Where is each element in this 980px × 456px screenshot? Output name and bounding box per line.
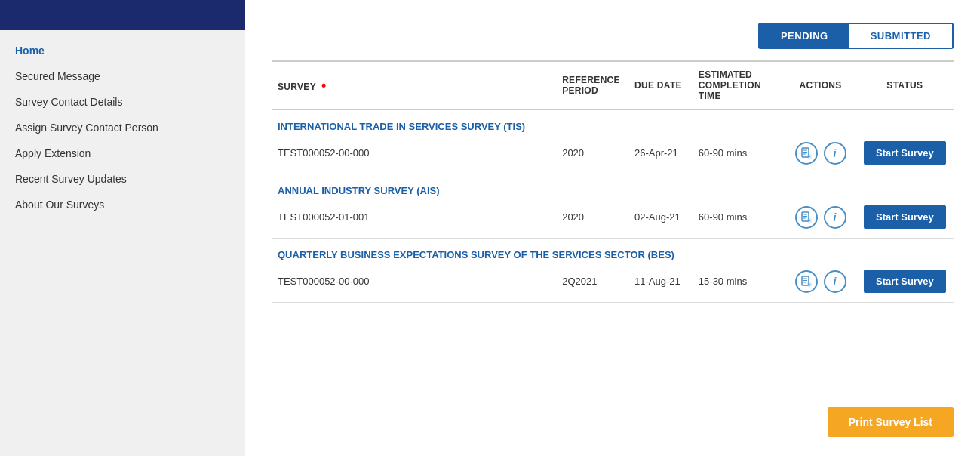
estimated-time-cell: 15-30 mins bbox=[693, 265, 785, 303]
document-icon[interactable] bbox=[795, 206, 818, 229]
sidebar-item-home[interactable]: Home bbox=[0, 38, 245, 63]
survey-table: SURVEY • REFERENCEPERIOD DUE DATE ESTIMA… bbox=[272, 60, 954, 303]
col-survey: SURVEY • bbox=[272, 61, 556, 109]
table-row: TEST000052-00-000202026-Apr-2160-90 mins bbox=[272, 137, 954, 174]
sidebar-item-secured-message[interactable]: Secured Message bbox=[0, 63, 245, 89]
survey-group-title-row: QUARTERLY BUSINESS EXPECTATIONS SURVEY O… bbox=[272, 239, 954, 266]
sidebar-item-assign-survey-contact-person[interactable]: Assign Survey Contact Person bbox=[0, 115, 245, 140]
sidebar: Home Secured Message Survey Contact Deta… bbox=[0, 0, 245, 456]
sidebar-item-survey-contact-details[interactable]: Survey Contact Details bbox=[0, 89, 245, 115]
actions-cell: i bbox=[785, 137, 856, 174]
table-row: TEST000052-01-001202002-Aug-2160-90 mins bbox=[272, 201, 954, 239]
print-survey-list-button[interactable]: Print Survey List bbox=[828, 407, 954, 437]
survey-group-title-row: ANNUAL INDUSTRY SURVEY (AIS) bbox=[272, 174, 954, 202]
document-icon[interactable] bbox=[795, 270, 818, 293]
survey-group-title: ANNUAL INDUSTRY SURVEY (AIS) bbox=[272, 174, 954, 202]
col-estimated-time: ESTIMATEDCOMPLETION TIME bbox=[693, 61, 785, 109]
due-date-cell: 26-Apr-21 bbox=[628, 137, 693, 174]
survey-group-title: INTERNATIONAL TRADE IN SERVICES SURVEY (… bbox=[272, 109, 954, 137]
start-survey-button[interactable]: Start Survey bbox=[864, 205, 946, 229]
tab-submitted[interactable]: SUBMITTED bbox=[849, 24, 952, 48]
survey-id-cell: TEST000052-00-000 bbox=[272, 137, 556, 174]
reference-period-cell: 2020 bbox=[556, 201, 628, 239]
reference-period-cell: 2Q2021 bbox=[556, 265, 628, 303]
table-row: TEST000052-00-0002Q202111-Aug-2115-30 mi… bbox=[272, 265, 954, 303]
sidebar-header bbox=[0, 0, 245, 30]
survey-id-cell: TEST000052-01-001 bbox=[272, 201, 556, 239]
main-content: PENDING SUBMITTED SURVEY • REFERENCEPERI… bbox=[245, 0, 980, 456]
info-icon[interactable]: i bbox=[824, 270, 846, 293]
col-reference-period: REFERENCEPERIOD bbox=[556, 61, 628, 109]
sidebar-item-about-our-surveys[interactable]: About Our Surveys bbox=[0, 192, 245, 217]
estimated-time-cell: 60-90 mins bbox=[693, 137, 785, 174]
due-date-cell: 11-Aug-21 bbox=[628, 265, 693, 303]
tab-group: PENDING SUBMITTED bbox=[758, 23, 954, 49]
actions-cell: i bbox=[785, 265, 856, 303]
estimated-time-cell: 60-90 mins bbox=[693, 201, 785, 239]
survey-group-title-row: INTERNATIONAL TRADE IN SERVICES SURVEY (… bbox=[272, 109, 954, 137]
sidebar-item-apply-extension[interactable]: Apply Extension bbox=[0, 140, 245, 166]
tab-pending[interactable]: PENDING bbox=[760, 24, 849, 48]
sidebar-item-recent-survey-updates[interactable]: Recent Survey Updates bbox=[0, 166, 245, 192]
col-actions: ACTIONS bbox=[785, 61, 856, 109]
required-dot: • bbox=[321, 78, 327, 93]
status-cell: Start Survey bbox=[856, 137, 954, 174]
due-date-cell: 02-Aug-21 bbox=[628, 201, 693, 239]
survey-id-cell: TEST000052-00-000 bbox=[272, 265, 556, 303]
document-icon[interactable] bbox=[795, 142, 818, 165]
status-cell: Start Survey bbox=[856, 201, 954, 239]
survey-header: PENDING SUBMITTED bbox=[272, 23, 954, 49]
reference-period-cell: 2020 bbox=[556, 137, 628, 174]
start-survey-button[interactable]: Start Survey bbox=[864, 270, 946, 293]
survey-group-title: QUARTERLY BUSINESS EXPECTATIONS SURVEY O… bbox=[272, 239, 954, 266]
col-status: STATUS bbox=[856, 61, 954, 109]
start-survey-button[interactable]: Start Survey bbox=[864, 141, 946, 165]
info-icon[interactable]: i bbox=[824, 142, 846, 165]
sidebar-nav: Home Secured Message Survey Contact Deta… bbox=[0, 30, 245, 456]
col-survey-label: SURVEY bbox=[278, 82, 316, 92]
actions-cell: i bbox=[785, 201, 856, 239]
info-icon[interactable]: i bbox=[824, 206, 846, 229]
col-due-date: DUE DATE bbox=[628, 61, 693, 109]
status-cell: Start Survey bbox=[856, 265, 954, 303]
